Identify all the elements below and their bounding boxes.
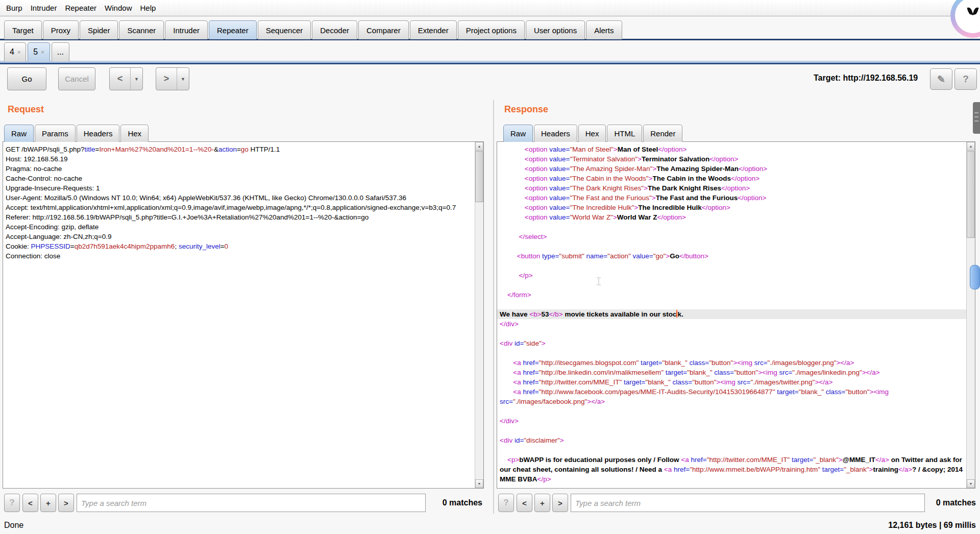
- scroll-thumb[interactable]: [967, 151, 975, 238]
- editor-line: <a href="http://www.facebook.com/pages/M…: [500, 387, 966, 397]
- repeater-tab-more[interactable]: ...: [52, 42, 69, 61]
- editor-line: <option value="The Dark Knight Rises">Th…: [500, 183, 966, 193]
- editor-line: Host: 192.168.56.19: [6, 154, 475, 164]
- editor-line: <option value="World War Z">World War Z<…: [500, 212, 966, 222]
- scroll-up-icon[interactable]: ▲: [967, 142, 975, 151]
- response-tab-raw[interactable]: Raw: [503, 125, 533, 142]
- tab-spider[interactable]: Spider: [80, 20, 118, 39]
- request-tab-params[interactable]: Params: [35, 125, 76, 142]
- repeater-tab-4[interactable]: 4×: [4, 42, 26, 61]
- cancel-button[interactable]: Cancel: [58, 67, 95, 90]
- editor-line: src="./images/facebook.png"></a>: [500, 397, 966, 406]
- response-text[interactable]: <option value="Man of Steel">Man of Stee…: [497, 142, 966, 488]
- editor-line: <option value="The Incredible Hulk">The …: [500, 203, 966, 212]
- history-forward-button[interactable]: > ▼: [156, 67, 189, 90]
- scroll-up-icon[interactable]: ▲: [475, 142, 483, 151]
- tab-label: 5: [33, 47, 38, 57]
- tab-label: 4: [10, 47, 14, 57]
- status-metrics: 12,161 bytes | 69 millis: [888, 521, 976, 530]
- chevron-down-icon[interactable]: ▼: [177, 68, 189, 90]
- scroll-thumb[interactable]: [475, 151, 483, 202]
- editor-line: [500, 222, 966, 232]
- tab-project-options[interactable]: Project options: [458, 20, 525, 39]
- search-prev-button[interactable]: <: [22, 494, 38, 512]
- response-tab-bar: RawHeadersHexHTMLRender: [503, 125, 683, 142]
- request-editor[interactable]: GET /bWAPP/sqli_5.php?title=Iron+Man%27%…: [3, 141, 484, 489]
- tab-extender[interactable]: Extender: [410, 20, 457, 39]
- tab-decoder[interactable]: Decoder: [312, 20, 357, 39]
- request-scrollbar[interactable]: ▲ ▼: [475, 142, 483, 488]
- target-url-label: Target: http://192.168.56.19: [814, 74, 918, 83]
- response-tab-headers[interactable]: Headers: [534, 125, 577, 142]
- tab-comparer[interactable]: Comparer: [358, 20, 409, 39]
- menu-item-window[interactable]: Window: [101, 4, 136, 12]
- menu-item-help[interactable]: Help: [136, 4, 160, 12]
- editor-line: Cookie: PHPSESSID=qb2d7h591aek4c4hipm2pp…: [6, 241, 475, 251]
- close-icon[interactable]: ×: [41, 49, 44, 55]
- scroll-down-icon[interactable]: ▼: [475, 479, 483, 488]
- tab-scanner[interactable]: Scanner: [119, 20, 164, 39]
- tab-proxy[interactable]: Proxy: [43, 20, 79, 39]
- window-scroll-grip[interactable]: [973, 102, 980, 134]
- app-logo-icon: [950, 0, 980, 38]
- editor-line: <p>bWAPP is for educational purposes onl…: [500, 455, 966, 465]
- menu-item-intruder[interactable]: Intruder: [27, 4, 61, 12]
- edit-target-button[interactable]: ✎: [930, 68, 952, 90]
- response-editor[interactable]: <option value="Man of Steel">Man of Stee…: [497, 141, 975, 489]
- tab-label: HTML: [614, 129, 635, 138]
- response-search-input[interactable]: [571, 494, 925, 512]
- editor-line: </div>: [500, 319, 966, 329]
- search-add-button[interactable]: +: [40, 494, 56, 512]
- tab-label: Hex: [585, 129, 599, 138]
- tab-sequencer[interactable]: Sequencer: [258, 20, 311, 39]
- response-tab-render[interactable]: Render: [643, 125, 682, 142]
- chevron-down-icon[interactable]: ▼: [130, 68, 142, 90]
- tab-label: Project options: [466, 26, 517, 35]
- search-add-button[interactable]: +: [534, 494, 550, 512]
- scroll-down-icon[interactable]: ▼: [967, 479, 975, 488]
- tab-repeater[interactable]: Repeater: [209, 20, 257, 39]
- panel-divider[interactable]: [493, 100, 494, 514]
- request-match-count: 0 matches: [431, 498, 482, 507]
- editor-line: We have <b>53</b> movie tickets availabl…: [497, 309, 966, 319]
- search-help-button[interactable]: ?: [4, 494, 20, 512]
- search-next-button[interactable]: >: [552, 494, 568, 512]
- tab-user-options[interactable]: User options: [526, 20, 585, 39]
- repeater-tab-bar: 4×5×...: [4, 42, 71, 61]
- request-tab-raw[interactable]: Raw: [4, 125, 34, 142]
- editor-line: Connection: close: [6, 251, 475, 261]
- response-scrollbar[interactable]: ▲ ▼: [966, 142, 975, 488]
- tab-intruder[interactable]: Intruder: [165, 20, 208, 39]
- editor-line: [500, 300, 966, 309]
- editor-line: [500, 445, 966, 455]
- menu-item-repeater[interactable]: Repeater: [61, 4, 101, 12]
- editor-line: [500, 280, 966, 290]
- editor-line: <a href="http://itsecgames.blogspot.com"…: [500, 358, 966, 368]
- editor-line: [500, 406, 966, 416]
- repeater-tab-5[interactable]: 5×: [28, 42, 50, 61]
- editor-line: </select>: [500, 232, 966, 241]
- help-button[interactable]: ?: [954, 68, 977, 90]
- tab-alerts[interactable]: Alerts: [586, 20, 622, 39]
- go-button[interactable]: Go: [7, 67, 46, 90]
- history-back-button[interactable]: < ▼: [109, 67, 143, 90]
- menu-item-burp[interactable]: Burp: [2, 4, 27, 12]
- response-tab-hex[interactable]: Hex: [578, 125, 606, 142]
- tab-label: Extender: [418, 26, 449, 35]
- editor-line: <button type="submit" name="action" valu…: [500, 251, 966, 261]
- editor-line: <option value="Terminator Salvation">Ter…: [500, 154, 966, 164]
- request-text[interactable]: GET /bWAPP/sqli_5.php?title=Iron+Man%27%…: [3, 142, 475, 488]
- response-tab-html[interactable]: HTML: [607, 125, 642, 142]
- request-tab-hex[interactable]: Hex: [120, 125, 149, 142]
- close-icon[interactable]: ×: [17, 49, 20, 55]
- pencil-icon: ✎: [937, 74, 945, 85]
- tab-target[interactable]: Target: [4, 20, 42, 39]
- request-tab-headers[interactable]: Headers: [77, 125, 120, 142]
- search-next-button[interactable]: >: [58, 494, 74, 512]
- overlay-scroll-thumb[interactable]: [970, 265, 980, 289]
- tab-label: Alerts: [594, 26, 614, 35]
- request-search-input[interactable]: [77, 494, 426, 512]
- search-help-button[interactable]: ?: [498, 494, 514, 512]
- editor-line: Cache-Control: no-cache: [6, 174, 475, 183]
- search-prev-button[interactable]: <: [517, 494, 532, 512]
